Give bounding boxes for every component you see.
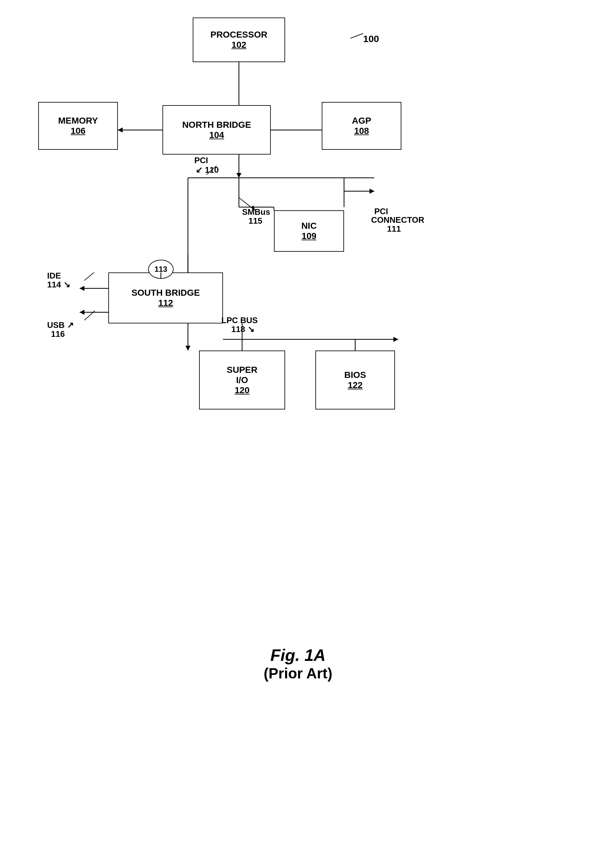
- pci-label: PCI: [194, 155, 208, 165]
- svg-marker-5: [236, 173, 242, 178]
- bios-label: BIOS: [344, 370, 366, 380]
- pci-connector-num: 111: [387, 224, 401, 234]
- smbus-num-label: 115: [248, 216, 262, 226]
- pci-connector-label2: CONNECTOR: [371, 215, 424, 225]
- pci-num-label: ↙ 110: [196, 165, 219, 175]
- box-south-bridge: SOUTH BRIDGE 112: [108, 272, 223, 323]
- svg-line-24: [84, 311, 95, 320]
- figure-caption: Fig. 1A (Prior Art): [0, 645, 596, 682]
- super-io-ref: 120: [235, 385, 250, 396]
- lpc-bus-num-label: 118 ↘: [231, 325, 255, 334]
- south-bridge-ref: 112: [158, 298, 173, 308]
- box-nic: NIC 109: [274, 210, 344, 252]
- usb-label: USB ↗: [47, 320, 74, 330]
- memory-ref: 106: [71, 126, 86, 136]
- box-agp: AGP 108: [322, 102, 401, 150]
- south-bridge-label: SOUTH BRIDGE: [131, 288, 200, 298]
- north-bridge-ref: 104: [209, 130, 224, 140]
- super-io-label: SUPERI/O: [227, 365, 257, 385]
- svg-marker-22: [80, 310, 84, 315]
- usb-num-label: 116: [51, 329, 65, 339]
- svg-line-23: [84, 272, 94, 280]
- processor-ref: 102: [232, 40, 246, 50]
- circle-113: 113: [148, 260, 174, 279]
- svg-marker-2: [118, 127, 122, 133]
- box-processor: PROCESSOR 102: [193, 18, 285, 62]
- circle-113-text: 113: [155, 265, 167, 274]
- diagram-container: 100 PROCESSOR 102 NORTH BRIDGE 104 MEMOR…: [0, 0, 596, 701]
- svg-marker-16: [370, 189, 374, 194]
- bios-ref: 122: [348, 380, 363, 390]
- processor-label: PROCESSOR: [211, 30, 268, 40]
- fig-subtitle: (Prior Art): [0, 665, 596, 682]
- lpc-bus-label: LPC BUS: [221, 316, 258, 325]
- box-north-bridge: NORTH BRIDGE 104: [162, 105, 271, 155]
- svg-marker-28: [393, 337, 398, 342]
- svg-marker-26: [185, 346, 190, 350]
- agp-ref: 108: [354, 126, 369, 136]
- fig-title: Fig. 1A: [0, 645, 596, 665]
- north-bridge-label: NORTH BRIDGE: [182, 120, 251, 130]
- ref-100-label: 100: [363, 34, 379, 44]
- nic-label: NIC: [301, 221, 317, 231]
- svg-line-33: [350, 34, 363, 38]
- memory-label: MEMORY: [58, 116, 98, 126]
- svg-marker-20: [80, 286, 84, 291]
- box-memory: MEMORY 106: [38, 102, 118, 150]
- ide-num-label: 114 ↘: [47, 280, 71, 290]
- nic-ref: 109: [302, 231, 317, 241]
- smbus-label: SMBus: [242, 207, 270, 217]
- box-super-io: SUPERI/O 120: [199, 350, 285, 409]
- ide-label: IDE: [47, 271, 61, 281]
- box-bios: BIOS 122: [315, 350, 395, 409]
- agp-label: AGP: [352, 116, 372, 126]
